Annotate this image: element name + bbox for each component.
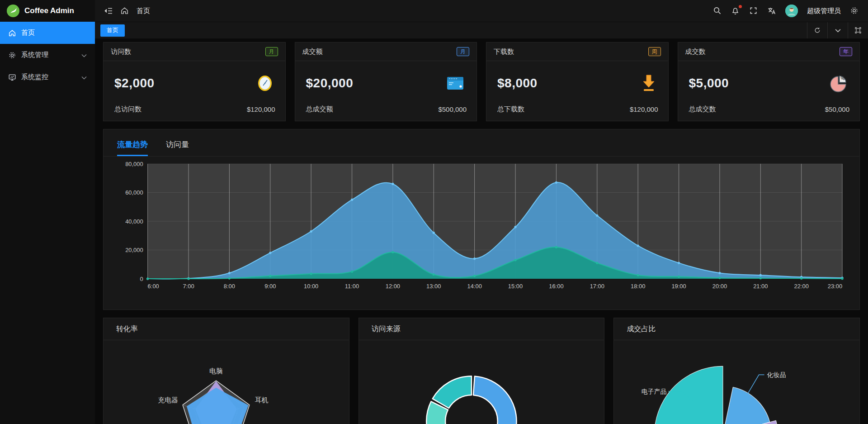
svg-text:9:00: 9:00 xyxy=(264,283,276,290)
svg-text:电脑: 电脑 xyxy=(209,367,223,375)
refresh-icon[interactable] xyxy=(807,22,827,38)
stat-value: $20,000 xyxy=(306,76,354,91)
svg-text:80,000: 80,000 xyxy=(125,161,143,167)
deal-share-card: 成交占比 电子产品化妆品 xyxy=(613,318,860,424)
tab-visit-volume[interactable]: 访问量 xyxy=(166,139,189,156)
chevron-down-icon xyxy=(81,51,87,59)
username[interactable]: 超级管理员 xyxy=(807,7,841,15)
svg-text:7:00: 7:00 xyxy=(183,283,194,290)
svg-text:8:00: 8:00 xyxy=(224,283,235,290)
svg-text:12:00: 12:00 xyxy=(386,283,400,290)
pie-percent-icon: % xyxy=(829,74,848,93)
trend-tabs: 流量趋势 访问量 xyxy=(104,129,859,157)
trend-chart-canvas: 020,00040,00060,00080,0006:007:008:009:0… xyxy=(104,157,859,313)
chevron-down-icon xyxy=(81,73,87,81)
app-title: Coffee Admin xyxy=(24,6,74,15)
credit-card-icon xyxy=(446,75,465,91)
stat-title: 成交数 xyxy=(685,48,706,56)
sidebar-item-label: 首页 xyxy=(21,29,35,37)
period-badge: 年 xyxy=(840,47,852,56)
stat-title: 下载数 xyxy=(494,48,514,56)
svg-text:充电器: 充电器 xyxy=(158,396,179,404)
svg-text:电子产品: 电子产品 xyxy=(642,388,667,395)
translate-icon[interactable] xyxy=(767,6,776,15)
card-title: 成交占比 xyxy=(627,324,656,334)
maximize-icon[interactable] xyxy=(848,22,868,38)
stat-footer-value: $500,000 xyxy=(438,105,467,113)
tab-traffic-trend[interactable]: 流量趋势 xyxy=(117,139,148,156)
chevron-down-icon[interactable] xyxy=(827,22,848,38)
stat-footer-value: $50,000 xyxy=(825,105,849,113)
stat-card-turnover: 成交额 月 $20,000 xyxy=(295,42,477,121)
settings-gear-icon[interactable] xyxy=(850,6,859,15)
svg-text:60,000: 60,000 xyxy=(125,189,143,196)
stat-footer-label: 总访问数 xyxy=(114,105,142,114)
tab-bar: 首页 xyxy=(95,22,868,38)
fullscreen-icon[interactable] xyxy=(749,6,758,15)
svg-text:化妆品: 化妆品 xyxy=(767,371,786,378)
pie-canvas: 电子产品化妆品 xyxy=(614,340,859,424)
stat-card-deals: 成交数 年 $5,000 % xyxy=(678,42,860,121)
stat-footer-label: 总成交额 xyxy=(306,105,333,114)
breadcrumb-home-icon[interactable] xyxy=(120,6,129,15)
card-title: 转化率 xyxy=(116,324,138,334)
sidebar: Coffee Admin 首页 系统管理 xyxy=(0,0,95,424)
stat-footer-value: $120,000 xyxy=(247,105,275,113)
tab-home[interactable]: 首页 xyxy=(100,24,125,37)
svg-text:17:00: 17:00 xyxy=(590,283,604,290)
content: 访问数 月 $2,000 xyxy=(95,38,868,424)
stat-value: $5,000 xyxy=(689,76,729,91)
svg-text:16:00: 16:00 xyxy=(549,283,563,290)
conversion-rate-card: 转化率 电脑耳机充电器 xyxy=(103,318,349,424)
stat-value: $2,000 xyxy=(114,76,155,91)
user-avatar[interactable] xyxy=(785,5,798,17)
svg-text:19:00: 19:00 xyxy=(671,283,686,290)
breadcrumb[interactable]: 首页 xyxy=(137,7,150,15)
gear-icon xyxy=(8,51,16,59)
svg-text:15:00: 15:00 xyxy=(508,283,523,290)
monitor-icon xyxy=(8,73,16,81)
top-navbar: 首页 xyxy=(95,0,868,22)
svg-text:6:00: 6:00 xyxy=(148,283,159,290)
download-icon xyxy=(641,74,656,93)
sidebar-item-label: 系统监控 xyxy=(21,73,48,81)
sidebar-item-label: 系统管理 xyxy=(21,51,48,59)
logo-row: Coffee Admin xyxy=(0,0,95,22)
svg-text:18:00: 18:00 xyxy=(631,283,645,290)
sidebar-item-home[interactable]: 首页 xyxy=(0,22,95,44)
period-badge: 月 xyxy=(457,47,469,56)
svg-text:20:00: 20:00 xyxy=(712,283,727,290)
svg-text:21:00: 21:00 xyxy=(753,283,768,290)
sidebar-collapse-icon[interactable] xyxy=(104,6,113,15)
svg-text:10:00: 10:00 xyxy=(304,283,318,290)
donut-canvas xyxy=(359,340,604,424)
svg-text:耳机: 耳机 xyxy=(255,396,269,404)
visit-source-card: 访问来源 xyxy=(359,318,605,424)
period-badge: 月 xyxy=(265,47,278,56)
svg-text:40,000: 40,000 xyxy=(125,218,143,225)
sidebar-item-system-management[interactable]: 系统管理 xyxy=(0,44,95,66)
notification-bell-icon[interactable] xyxy=(731,6,740,15)
svg-text:13:00: 13:00 xyxy=(426,283,441,290)
card-title: 访问来源 xyxy=(372,324,401,334)
page: Coffee Admin 首页 系统管理 xyxy=(0,0,868,424)
stat-card-row: 访问数 月 $2,000 xyxy=(103,42,860,121)
notification-dot xyxy=(739,5,742,8)
clock-icon xyxy=(256,74,274,93)
stat-card-visits: 访问数 月 $2,000 xyxy=(103,42,286,121)
spring-leaf-logo-icon xyxy=(6,4,20,18)
svg-text:22:00: 22:00 xyxy=(794,283,809,290)
stat-title: 访问数 xyxy=(111,48,131,56)
svg-text:20,000: 20,000 xyxy=(125,247,143,253)
stat-footer-label: 总成交数 xyxy=(689,105,716,114)
sidebar-item-system-monitor[interactable]: 系统监控 xyxy=(0,66,95,88)
search-icon[interactable] xyxy=(713,6,722,15)
svg-text:14:00: 14:00 xyxy=(467,283,481,290)
stat-value: $8,000 xyxy=(497,76,538,91)
main-area: 首页 xyxy=(95,0,868,424)
stat-footer-label: 总下载数 xyxy=(497,105,524,114)
bottom-card-row: 转化率 电脑耳机充电器 访问来源 成交占比 电子产品化妆品 xyxy=(103,318,860,424)
home-icon xyxy=(8,29,16,37)
svg-text:23:00: 23:00 xyxy=(828,283,842,290)
stat-footer-value: $120,000 xyxy=(630,105,658,113)
